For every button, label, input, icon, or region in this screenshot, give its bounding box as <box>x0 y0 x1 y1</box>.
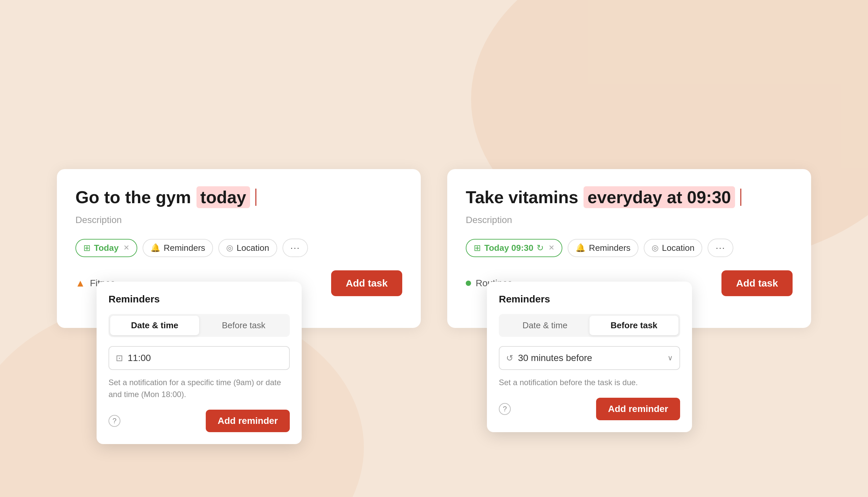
calendar-icon-vitamins: ⊞ <box>474 243 481 253</box>
tag-more-vitamins[interactable]: ··· <box>708 239 733 257</box>
before-task-select-vitamins[interactable]: ↺ 30 minutes before ∨ <box>499 346 680 370</box>
popover-footer-vitamins: ? Add reminder <box>499 398 680 420</box>
title-cursor-vitamins <box>740 189 741 206</box>
title-prefix-vitamins: Take vitamins <box>466 187 578 208</box>
tag-reminders-gym[interactable]: 🔔 Reminders <box>143 239 213 257</box>
help-icon-gym[interactable]: ? <box>108 415 120 427</box>
card-gym-title: Go to the gym today <box>75 186 402 208</box>
tag-date-close-gym[interactable]: ✕ <box>124 243 129 252</box>
chevron-down-icon-vitamins: ∨ <box>667 354 673 362</box>
popover-footer-gym: ? Add reminder <box>108 410 290 432</box>
popover-hint-gym: Set a notification for a specific time (… <box>108 377 290 400</box>
tag-date-close-vitamins[interactable]: ✕ <box>548 243 554 252</box>
title-highlight-gym: today <box>197 186 250 208</box>
location-icon-gym: ◎ <box>226 243 233 253</box>
tag-location-label-gym: Location <box>236 243 269 253</box>
tag-row-vitamins: ⊞ Today 09:30 ↻ ✕ 🔔 Reminders ◎ Location… <box>466 239 793 257</box>
tag-more-gym[interactable]: ··· <box>283 239 308 257</box>
before-task-label-vitamins: 30 minutes before <box>518 353 663 363</box>
repeat-icon-vitamins: ↻ <box>537 243 544 253</box>
tag-location-label-vitamins: Location <box>662 243 694 253</box>
clock-icon-vitamins: ↺ <box>506 353 513 363</box>
toggle-tabs-gym: Date & time Before task <box>108 314 290 337</box>
tag-row-gym: ⊞ Today ✕ 🔔 Reminders ◎ Location ··· <box>75 239 402 257</box>
tag-reminders-label-vitamins: Reminders <box>589 243 631 253</box>
add-reminder-button-vitamins[interactable]: Add reminder <box>596 398 680 420</box>
card-gym: Go to the gym today Description ⊞ Today … <box>57 169 421 328</box>
card-vitamins-title: Take vitamins everyday at 09:30 <box>466 186 793 208</box>
tag-reminders-vitamins[interactable]: 🔔 Reminders <box>568 239 638 257</box>
popover-reminders-vitamins: Reminders Date & time Before task ↺ 30 m… <box>487 282 692 432</box>
toggle-tabs-vitamins: Date & time Before task <box>499 314 680 337</box>
location-icon-vitamins: ◎ <box>652 243 659 253</box>
page-container: Go to the gym today Description ⊞ Today … <box>0 0 868 497</box>
time-input-wrap-gym: ⊡ <box>108 346 290 370</box>
popover-title-gym: Reminders <box>108 294 290 305</box>
tag-date-label-vitamins: Today 09:30 <box>484 243 533 253</box>
tab-before-task-gym[interactable]: Before task <box>199 316 288 335</box>
person-icon-gym: ▲ <box>75 278 85 289</box>
tag-date-vitamins[interactable]: ⊞ Today 09:30 ↻ ✕ <box>466 239 562 257</box>
add-task-button-gym[interactable]: Add task <box>331 270 402 296</box>
tag-reminders-label-gym: Reminders <box>164 243 205 253</box>
tab-date-time-vitamins[interactable]: Date & time <box>501 316 590 335</box>
title-highlight-vitamins: everyday at 09:30 <box>583 186 735 208</box>
tab-before-task-vitamins[interactable]: Before task <box>590 316 678 335</box>
tag-date-gym[interactable]: ⊞ Today ✕ <box>75 239 137 257</box>
popover-reminders-gym: Reminders Date & time Before task ⊡ Set … <box>97 282 302 444</box>
card-vitamins: Take vitamins everyday at 09:30 Descript… <box>447 169 811 328</box>
alarm-icon-vitamins: 🔔 <box>576 243 585 253</box>
tab-date-time-gym[interactable]: Date & time <box>110 316 199 335</box>
tag-date-label-gym: Today <box>94 243 119 253</box>
time-input-gym[interactable] <box>128 353 283 363</box>
add-task-button-vitamins[interactable]: Add task <box>722 270 793 296</box>
title-cursor-gym <box>255 189 256 206</box>
clock-input-icon-gym: ⊡ <box>116 353 123 363</box>
add-reminder-button-gym[interactable]: Add reminder <box>206 410 290 432</box>
help-icon-vitamins[interactable]: ? <box>499 403 511 415</box>
tag-location-vitamins[interactable]: ◎ Location <box>644 239 702 257</box>
tag-location-gym[interactable]: ◎ Location <box>218 239 277 257</box>
title-prefix-gym: Go to the gym <box>75 187 191 208</box>
popover-hint-vitamins: Set a notification before the task is du… <box>499 377 680 388</box>
alarm-icon-gym: 🔔 <box>150 243 160 253</box>
calendar-icon-gym: ⊞ <box>83 243 91 253</box>
popover-title-vitamins: Reminders <box>499 294 680 305</box>
card-vitamins-description: Description <box>466 215 793 225</box>
dot-icon-vitamins <box>466 281 471 286</box>
card-gym-description: Description <box>75 215 402 225</box>
